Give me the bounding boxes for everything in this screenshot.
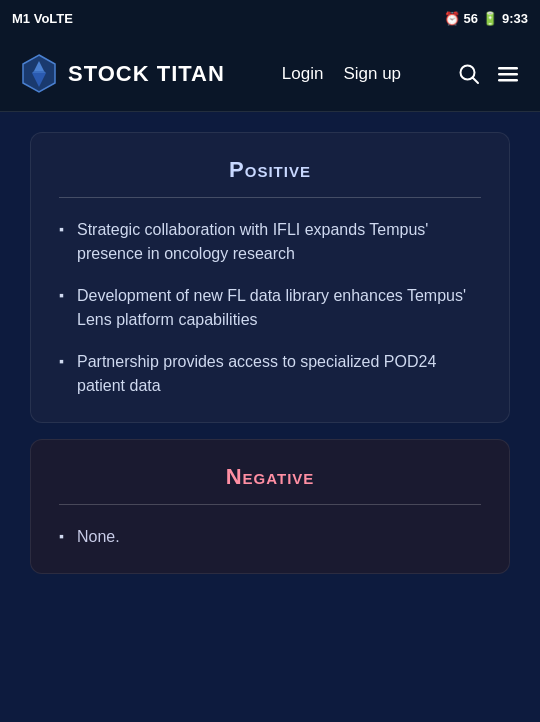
- carrier-text: M1 VoLTE: [12, 11, 73, 26]
- negative-list: None.: [59, 525, 481, 549]
- time-display: 9:33: [502, 11, 528, 26]
- list-item: None.: [59, 525, 481, 549]
- search-button[interactable]: [458, 63, 480, 85]
- negative-card: Negative None.: [30, 439, 510, 574]
- main-content: Positive Strategic collaboration with IF…: [0, 112, 540, 594]
- search-icon: [458, 63, 480, 85]
- logo-area: STOCK TITAN: [20, 53, 225, 95]
- status-right: ⏰ 56 🔋 9:33: [444, 11, 529, 26]
- status-bar: M1 VoLTE ⏰ 56 🔋 9:33: [0, 0, 540, 36]
- negative-divider: [59, 504, 481, 505]
- logo-icon: [20, 53, 58, 95]
- login-link[interactable]: Login: [282, 64, 324, 84]
- battery-icon: 🔋: [482, 11, 498, 26]
- navbar: STOCK TITAN Login Sign up: [0, 36, 540, 112]
- alarm-icon: ⏰: [444, 11, 460, 26]
- status-left: M1 VoLTE: [12, 11, 73, 26]
- nav-icons: [458, 62, 520, 86]
- menu-button[interactable]: [496, 62, 520, 86]
- svg-rect-4: [498, 79, 518, 82]
- positive-divider: [59, 197, 481, 198]
- list-item: Strategic collaboration with IFLI expand…: [59, 218, 481, 266]
- svg-rect-3: [498, 73, 518, 76]
- logo-text: STOCK TITAN: [68, 61, 225, 87]
- positive-card: Positive Strategic collaboration with IF…: [30, 132, 510, 423]
- nav-links: Login Sign up: [282, 64, 401, 84]
- list-item: Development of new FL data library enhan…: [59, 284, 481, 332]
- battery-level: 56: [464, 11, 478, 26]
- svg-rect-2: [498, 67, 518, 70]
- svg-line-1: [472, 77, 478, 83]
- positive-title: Positive: [59, 157, 481, 183]
- positive-list: Strategic collaboration with IFLI expand…: [59, 218, 481, 398]
- negative-title: Negative: [59, 464, 481, 490]
- signup-link[interactable]: Sign up: [343, 64, 401, 84]
- list-item: Partnership provides access to specializ…: [59, 350, 481, 398]
- hamburger-icon: [496, 62, 520, 86]
